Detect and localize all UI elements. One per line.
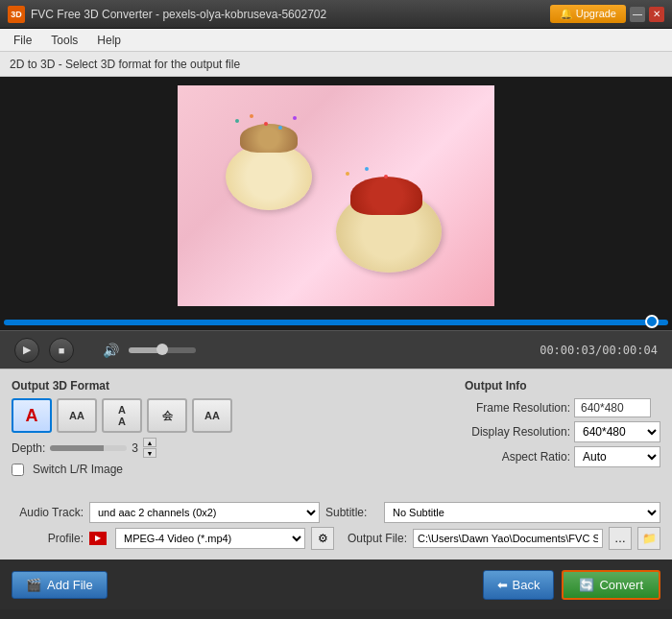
format-btn-interlaced[interactable]: AA xyxy=(192,398,232,433)
close-button[interactable]: ✕ xyxy=(649,7,664,22)
controls-area: ▶ ■ 🔊 00:00:03/00:00:04 xyxy=(0,330,672,369)
seek-bar-container xyxy=(0,315,672,330)
add-file-label: Add File xyxy=(47,578,93,592)
add-file-button[interactable]: 🎬 Add File xyxy=(12,571,108,599)
display-res-row: Display Resolution: 640*480 1280*720 192… xyxy=(465,421,660,442)
settings-panel: Output 3D Format A AA AA 会 AA xyxy=(0,369,672,498)
format-icons: A AA AA 会 AA xyxy=(12,398,232,433)
status-text: 2D to 3D - Select 3D format for the outp… xyxy=(10,58,240,71)
sprinkle xyxy=(264,122,268,126)
volume-slider[interactable] xyxy=(129,347,196,353)
frame-res-label: Frame Resolution: xyxy=(465,401,570,415)
switch-lr-label: Switch L/R Image xyxy=(33,463,123,476)
title-bar: 3D FVC Free 3D Converter - pexels-olya-k… xyxy=(0,0,672,29)
convert-label: Convert xyxy=(599,578,643,592)
output-3d-title: Output 3D Format xyxy=(12,379,232,393)
depth-up[interactable]: ▲ xyxy=(143,438,156,447)
food-top1 xyxy=(240,124,298,153)
convert-icon: 🔄 xyxy=(579,578,594,592)
app-icon: 3D xyxy=(8,6,25,23)
convert-button[interactable]: 🔄 Convert xyxy=(562,570,660,600)
profile-icon: ▶ xyxy=(89,532,107,545)
sprinkle xyxy=(384,175,388,179)
format-btn-depth[interactable]: 会 xyxy=(147,398,187,433)
plate1 xyxy=(226,143,312,210)
profile-settings-button[interactable]: ⚙ xyxy=(311,527,334,550)
output-file-input[interactable] xyxy=(413,529,603,548)
menu-help[interactable]: Help xyxy=(87,32,131,49)
frame-res-row: Frame Resolution: 640*480 xyxy=(465,398,660,417)
food-top2 xyxy=(350,177,422,215)
settings-row-main: Output 3D Format A AA AA 会 AA xyxy=(12,379,660,481)
output-info-title: Output Info xyxy=(465,379,660,393)
back-icon: ⬅ xyxy=(497,578,508,592)
format-btn-anaglyph[interactable]: A xyxy=(12,398,52,433)
status-bar: 2D to 3D - Select 3D format for the outp… xyxy=(0,52,672,77)
depth-slider[interactable] xyxy=(50,445,127,451)
title-bar-controls: 🔔 Upgrade — ✕ xyxy=(550,5,664,23)
audio-track-select[interactable]: und aac 2 channels (0x2) xyxy=(89,502,320,523)
sprinkle xyxy=(250,114,253,118)
output-3d-section: Output 3D Format A AA AA 会 AA xyxy=(12,379,232,481)
video-thumbnail xyxy=(178,85,494,306)
subtitle-label: Subtitle: xyxy=(325,506,378,519)
audio-track-label: Audio Track: xyxy=(12,506,84,519)
depth-label: Depth: xyxy=(12,441,45,455)
stop-button[interactable]: ■ xyxy=(49,338,74,363)
output-file-browse-button[interactable]: … xyxy=(609,527,632,550)
sprinkle xyxy=(293,116,297,120)
switch-lr-row: Switch L/R Image xyxy=(12,463,232,476)
action-bar: 🎬 Add File ⬅ Back 🔄 Convert xyxy=(0,559,672,609)
switch-lr-checkbox[interactable] xyxy=(12,464,24,476)
minimize-button[interactable]: — xyxy=(630,7,645,22)
add-file-icon: 🎬 xyxy=(26,578,41,592)
seek-bar[interactable] xyxy=(4,320,668,325)
sprinkle xyxy=(235,119,239,123)
display-res-select[interactable]: 640*480 1280*720 1920*1080 xyxy=(574,421,660,442)
display-res-label: Display Resolution: xyxy=(465,425,570,439)
profile-label: Profile: xyxy=(12,532,84,545)
app-title: FVC Free 3D Converter - pexels-olya-kobr… xyxy=(31,8,326,21)
upgrade-button[interactable]: 🔔 Upgrade xyxy=(550,5,626,23)
format-btn-side-by-side[interactable]: AA xyxy=(57,398,97,433)
volume-icon: 🔊 xyxy=(103,343,119,358)
aspect-ratio-label: Aspect Ratio: xyxy=(465,450,570,464)
depth-row: Depth: 3 ▲ ▼ xyxy=(12,438,232,458)
back-label: Back xyxy=(513,578,540,592)
bottom-settings: Audio Track: und aac 2 channels (0x2) Su… xyxy=(0,498,672,559)
menu-tools[interactable]: Tools xyxy=(41,32,87,49)
aspect-ratio-select[interactable]: Auto 4:3 16:9 xyxy=(574,446,660,467)
info-table: Frame Resolution: 640*480 Display Resolu… xyxy=(465,398,660,467)
menu-file[interactable]: File xyxy=(4,32,41,49)
subtitle-select[interactable]: No Subtitle xyxy=(384,502,660,523)
format-btn-top-bottom[interactable]: AA xyxy=(102,398,142,433)
time-display: 00:00:03/00:00:04 xyxy=(540,344,658,357)
frame-res-value: 640*480 xyxy=(574,398,651,417)
depth-down[interactable]: ▼ xyxy=(143,448,156,458)
output-info-section: Output Info Frame Resolution: 640*480 Di… xyxy=(465,379,660,471)
audio-subtitle-row: Audio Track: und aac 2 channels (0x2) Su… xyxy=(12,502,660,523)
sprinkle xyxy=(278,126,282,130)
back-button[interactable]: ⬅ Back xyxy=(483,570,555,600)
sprinkle xyxy=(365,167,369,171)
output-file-label: Output File: xyxy=(340,532,407,545)
play-button[interactable]: ▶ xyxy=(14,338,39,363)
volume-thumb[interactable] xyxy=(156,344,168,355)
aspect-ratio-row: Aspect Ratio: Auto 4:3 16:9 xyxy=(465,446,660,467)
depth-spinner[interactable]: ▲ ▼ xyxy=(143,438,156,458)
seek-thumb[interactable] xyxy=(645,315,659,328)
profile-select[interactable]: MPEG-4 Video (*.mp4) xyxy=(115,528,305,549)
menu-bar: File Tools Help xyxy=(0,29,672,52)
depth-value: 3 xyxy=(132,441,138,455)
action-right: ⬅ Back 🔄 Convert xyxy=(483,570,660,600)
profile-output-row: Profile: ▶ MPEG-4 Video (*.mp4) ⚙ Output… xyxy=(12,527,660,550)
video-area xyxy=(0,77,672,315)
output-folder-button[interactable]: 📁 xyxy=(637,527,660,550)
sprinkle xyxy=(346,172,349,176)
title-bar-left: 3D FVC Free 3D Converter - pexels-olya-k… xyxy=(8,6,326,23)
